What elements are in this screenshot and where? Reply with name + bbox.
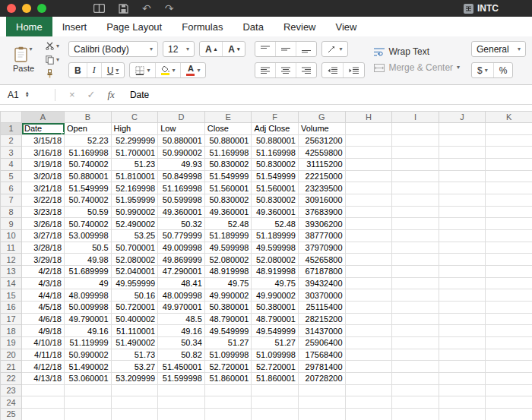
cell-C5[interactable]: 51.810001 — [111, 170, 158, 182]
cell-J10[interactable] — [439, 230, 486, 242]
tab-page-layout[interactable]: Page Layout — [97, 17, 172, 36]
cell-J9[interactable] — [439, 218, 486, 230]
cell-J20[interactable] — [439, 349, 486, 361]
cell-I20[interactable] — [392, 349, 439, 361]
cell-K9[interactable] — [486, 218, 532, 230]
paste-button[interactable]: ▾ Paste — [6, 46, 41, 73]
cancel-entry-icon[interactable]: × — [69, 89, 75, 100]
cell-F4[interactable]: 50.830002 — [252, 159, 299, 171]
cell-K8[interactable] — [486, 206, 532, 218]
cell-H23[interactable] — [345, 384, 392, 396]
cell-D9[interactable]: 50.32 — [158, 218, 205, 230]
cell-F8[interactable]: 49.360001 — [252, 206, 299, 218]
cell-G21[interactable]: 29781400 — [298, 361, 345, 373]
cell-C22[interactable]: 53.209999 — [111, 373, 158, 385]
cell-E7[interactable]: 50.830002 — [204, 194, 252, 207]
cell-G16[interactable]: 25115400 — [298, 302, 345, 314]
cell-I25[interactable] — [392, 409, 439, 420]
cell-A17[interactable]: 4/6/18 — [22, 313, 65, 325]
cell-G6[interactable]: 23239500 — [298, 182, 345, 194]
cell-A20[interactable]: 4/11/18 — [22, 349, 65, 361]
cell-H24[interactable] — [345, 396, 392, 409]
cell-H9[interactable] — [345, 218, 392, 230]
cell-B25[interactable] — [65, 409, 112, 420]
cell-K23[interactable] — [486, 384, 532, 396]
cell-K11[interactable] — [486, 242, 532, 254]
cell-K1[interactable] — [486, 123, 532, 135]
cell-C3[interactable]: 51.700001 — [111, 147, 158, 159]
cell-G3[interactable]: 42559800 — [298, 147, 345, 159]
cell-G5[interactable]: 22215000 — [298, 170, 345, 182]
cell-H13[interactable] — [345, 266, 392, 278]
cell-B5[interactable]: 50.880001 — [65, 170, 112, 182]
cell-I23[interactable] — [392, 384, 439, 396]
cell-F14[interactable]: 49.75 — [252, 277, 299, 289]
cell-F22[interactable]: 51.860001 — [252, 373, 299, 385]
formula-content[interactable]: Date — [130, 90, 149, 100]
cell-D16[interactable]: 49.970001 — [158, 302, 205, 314]
font-name-select[interactable]: Calibri (Body) ▾ — [68, 41, 158, 57]
cell-H11[interactable] — [345, 242, 392, 254]
column-header-B[interactable]: B — [65, 112, 112, 123]
cell-C21[interactable]: 53.27 — [111, 361, 158, 373]
cell-K22[interactable] — [486, 373, 532, 385]
cell-A3[interactable]: 3/16/18 — [22, 147, 65, 159]
cell-G23[interactable] — [298, 384, 345, 396]
cell-A6[interactable]: 3/21/18 — [22, 182, 65, 194]
row-header-2[interactable]: 2 — [1, 134, 22, 147]
row-header-13[interactable]: 13 — [1, 266, 22, 278]
cell-B11[interactable]: 50.5 — [65, 242, 112, 254]
cell-C8[interactable]: 50.990002 — [111, 206, 158, 218]
cell-D23[interactable] — [158, 384, 205, 396]
cell-J11[interactable] — [439, 242, 486, 254]
cell-B4[interactable]: 50.740002 — [65, 159, 112, 171]
cell-B18[interactable]: 49.16 — [65, 325, 112, 337]
cell-F12[interactable]: 52.080002 — [252, 254, 299, 266]
cell-G9[interactable]: 39306200 — [298, 218, 345, 230]
cell-B15[interactable]: 48.099998 — [65, 289, 112, 302]
cell-B8[interactable]: 50.59 — [65, 206, 112, 218]
wrap-text-button[interactable]: Wrap Text — [374, 46, 460, 57]
cell-G11[interactable]: 37970900 — [298, 242, 345, 254]
row-header-16[interactable]: 16 — [1, 302, 22, 314]
cell-H4[interactable] — [345, 159, 392, 171]
cell-D14[interactable]: 48.41 — [158, 277, 205, 289]
cut-button[interactable]: ▾ — [46, 41, 59, 52]
cell-D18[interactable]: 49.16 — [158, 325, 205, 337]
cell-B19[interactable]: 51.119999 — [65, 337, 112, 349]
row-header-9[interactable]: 9 — [1, 218, 22, 230]
row-header-6[interactable]: 6 — [1, 182, 22, 194]
cell-G4[interactable]: 31115200 — [298, 159, 345, 171]
cell-H3[interactable] — [345, 147, 392, 159]
row-header-24[interactable]: 24 — [1, 396, 22, 409]
row-header-20[interactable]: 20 — [1, 349, 22, 361]
row-header-15[interactable]: 15 — [1, 289, 22, 302]
cell-J24[interactable] — [439, 396, 486, 409]
cell-K21[interactable] — [486, 361, 532, 373]
cell-I16[interactable] — [392, 302, 439, 314]
row-header-4[interactable]: 4 — [1, 159, 22, 171]
cell-J22[interactable] — [439, 373, 486, 385]
cell-D6[interactable]: 51.169998 — [158, 182, 205, 194]
cell-I14[interactable] — [392, 277, 439, 289]
cell-B9[interactable]: 50.740002 — [65, 218, 112, 230]
column-header-F[interactable]: F — [252, 112, 299, 123]
cell-D20[interactable]: 50.82 — [158, 349, 205, 361]
row-header-17[interactable]: 17 — [1, 313, 22, 325]
cell-A25[interactable] — [22, 409, 65, 420]
row-header-14[interactable]: 14 — [1, 277, 22, 289]
increase-font-size-button[interactable]: A ▴ — [200, 42, 223, 56]
column-header-I[interactable]: I — [392, 112, 439, 123]
cell-C23[interactable] — [111, 384, 158, 396]
cell-E11[interactable]: 49.599998 — [204, 242, 252, 254]
font-size-select[interactable]: 12 ▾ — [163, 41, 195, 57]
cell-A23[interactable] — [22, 384, 65, 396]
cell-J7[interactable] — [439, 194, 486, 207]
cell-I15[interactable] — [392, 289, 439, 302]
cell-H1[interactable] — [345, 123, 392, 135]
cell-K17[interactable] — [486, 313, 532, 325]
cell-B1[interactable]: Open — [65, 123, 112, 135]
undo-icon[interactable]: ↶ — [142, 3, 151, 14]
cell-F3[interactable]: 51.169998 — [252, 147, 299, 159]
cell-F2[interactable]: 50.880001 — [252, 134, 299, 147]
